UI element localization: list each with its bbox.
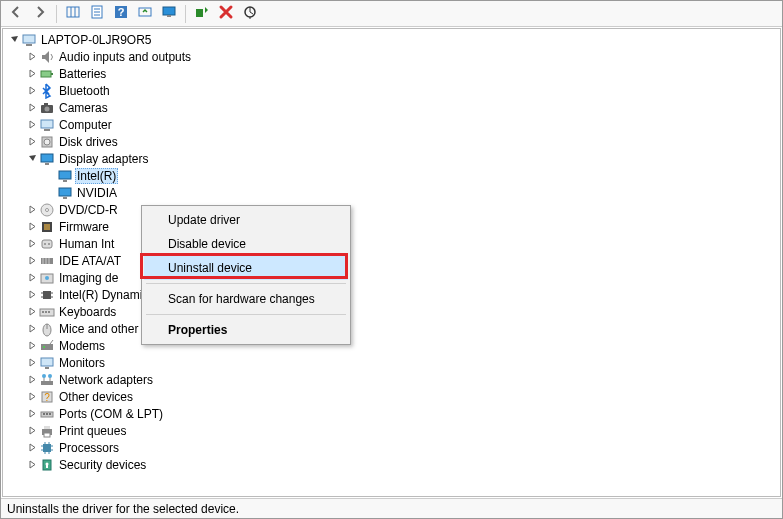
update-driver-button[interactable] xyxy=(134,3,156,25)
expand-icon[interactable] xyxy=(25,237,39,251)
expand-icon[interactable] xyxy=(25,118,39,132)
uninstall-button[interactable] xyxy=(215,3,237,25)
tree-node[interactable]: Firmware xyxy=(5,218,780,235)
tree-node[interactable]: Monitors xyxy=(5,354,780,371)
context-menu-item[interactable]: Uninstall device xyxy=(144,256,348,280)
svg-rect-29 xyxy=(59,188,71,196)
bluetooth-icon xyxy=(39,83,55,99)
svg-point-36 xyxy=(44,243,46,245)
tree-node[interactable]: Modems xyxy=(5,337,780,354)
expand-icon[interactable] xyxy=(25,50,39,64)
collapse-icon[interactable] xyxy=(25,152,39,166)
tree-node-label: Ports (COM & LPT) xyxy=(57,407,165,421)
expand-icon[interactable] xyxy=(25,407,39,421)
tree-node[interactable]: Display adapters xyxy=(5,150,780,167)
context-menu-item[interactable]: Update driver xyxy=(144,208,348,232)
tree-node[interactable]: LAPTOP-0LJR9OR5 xyxy=(5,31,780,48)
expand-icon[interactable] xyxy=(25,373,39,387)
add-legacy-button[interactable] xyxy=(191,3,213,25)
battery-icon xyxy=(39,66,55,82)
tree-node[interactable]: Bluetooth xyxy=(5,82,780,99)
expand-icon[interactable] xyxy=(25,356,39,370)
help-button[interactable]: ? xyxy=(110,3,132,25)
tree-node[interactable]: DVD/CD-R xyxy=(5,201,780,218)
collapse-icon[interactable] xyxy=(7,33,21,47)
tree-node-label: Processors xyxy=(57,441,121,455)
svg-point-70 xyxy=(49,413,51,415)
tree-node[interactable]: Network adapters xyxy=(5,371,780,388)
tree-node-label: Cameras xyxy=(57,101,110,115)
expand-icon[interactable] xyxy=(25,271,39,285)
disk-icon xyxy=(39,134,55,150)
expand-icon[interactable] xyxy=(25,390,39,404)
expand-icon[interactable] xyxy=(25,322,39,336)
tree-node[interactable]: Mice and other pointing devices xyxy=(5,320,780,337)
tree-node[interactable]: Print queues xyxy=(5,422,780,439)
expand-icon[interactable] xyxy=(25,101,39,115)
tree-node[interactable]: Batteries xyxy=(5,65,780,82)
expand-icon[interactable] xyxy=(25,288,39,302)
svg-point-43 xyxy=(45,276,49,280)
update-icon xyxy=(138,5,152,22)
svg-point-68 xyxy=(43,413,45,415)
expand-icon[interactable] xyxy=(25,339,39,353)
expand-icon[interactable] xyxy=(25,84,39,98)
tree-node[interactable]: Cameras xyxy=(5,99,780,116)
back-icon xyxy=(9,5,23,22)
monitor-icon xyxy=(162,5,176,22)
tree-node[interactable]: IDE ATA/AT xyxy=(5,252,780,269)
monitor-button[interactable] xyxy=(158,3,180,25)
back-button[interactable] xyxy=(5,3,27,25)
tree-node[interactable]: Security devices xyxy=(5,456,780,473)
svg-rect-59 xyxy=(45,367,49,369)
svg-rect-11 xyxy=(167,15,171,17)
expand-icon[interactable] xyxy=(25,203,39,217)
properties-button[interactable] xyxy=(86,3,108,25)
scan-button[interactable] xyxy=(239,3,261,25)
expand-icon[interactable] xyxy=(25,67,39,81)
other-icon: ? xyxy=(39,389,55,405)
context-menu-item[interactable]: Disable device xyxy=(144,232,348,256)
tree-node[interactable]: Processors xyxy=(5,439,780,456)
tree-node[interactable]: Human Int xyxy=(5,235,780,252)
expand-icon[interactable] xyxy=(25,135,39,149)
svg-rect-12 xyxy=(196,9,203,17)
tree-node[interactable]: Intel(R) xyxy=(5,167,780,184)
expand-icon[interactable] xyxy=(25,220,39,234)
tree-node[interactable]: Audio inputs and outputs xyxy=(5,48,780,65)
svg-rect-10 xyxy=(163,7,175,15)
toolbar: ? xyxy=(1,1,782,27)
context-menu-item[interactable]: Scan for hardware changes xyxy=(144,287,348,311)
help-icon: ? xyxy=(114,5,128,22)
tree-node[interactable]: Imaging de xyxy=(5,269,780,286)
svg-rect-30 xyxy=(63,197,67,199)
expand-icon[interactable] xyxy=(25,424,39,438)
tree-node[interactable]: NVIDIA xyxy=(5,184,780,201)
tree-node[interactable]: Intel(R) Dynamic Platform and Thermal Fr… xyxy=(5,286,780,303)
expand-icon[interactable] xyxy=(25,305,39,319)
toolbar-separator xyxy=(56,5,57,23)
expand-icon[interactable] xyxy=(25,254,39,268)
svg-point-69 xyxy=(46,413,48,415)
display-icon xyxy=(39,151,55,167)
tree-node[interactable]: Disk drives xyxy=(5,133,780,150)
svg-line-57 xyxy=(50,340,53,344)
tree-node[interactable]: Ports (COM & LPT) xyxy=(5,405,780,422)
context-menu-item[interactable]: Properties xyxy=(144,318,348,342)
tree-node[interactable]: ?Other devices xyxy=(5,388,780,405)
show-hidden-button[interactable] xyxy=(62,3,84,25)
svg-point-56 xyxy=(43,346,45,348)
expand-icon[interactable] xyxy=(25,458,39,472)
svg-rect-22 xyxy=(44,129,50,131)
tree-node-label: Imaging de xyxy=(57,271,120,285)
tree-node[interactable]: Computer xyxy=(5,116,780,133)
forward-button[interactable] xyxy=(29,3,51,25)
svg-rect-25 xyxy=(41,154,53,162)
display-icon xyxy=(57,185,73,201)
tree-node[interactable]: Keyboards xyxy=(5,303,780,320)
expand-icon[interactable] xyxy=(25,441,39,455)
tree-node-label: Security devices xyxy=(57,458,148,472)
ide-icon xyxy=(39,253,55,269)
device-tree[interactable]: LAPTOP-0LJR9OR5Audio inputs and outputsB… xyxy=(3,29,780,496)
security-icon xyxy=(39,457,55,473)
